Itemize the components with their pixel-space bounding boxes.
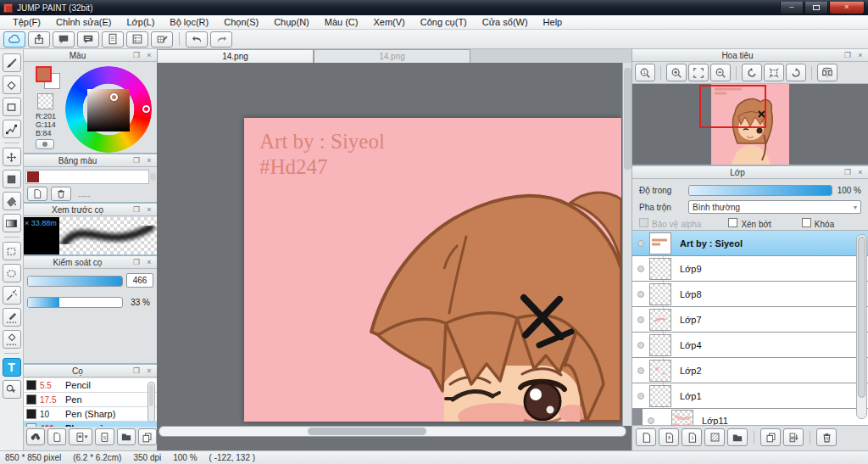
brush-row[interactable]: 17.5Pen	[24, 393, 157, 407]
shape-tool[interactable]	[3, 98, 21, 116]
menu-edit[interactable]: Chỉnh sửa(E)	[48, 17, 119, 27]
redo-button[interactable]	[210, 31, 232, 48]
duplicate-brush-button[interactable]	[138, 428, 157, 445]
script-brush-button[interactable]: S	[95, 428, 114, 445]
zoom-out-button[interactable]	[710, 64, 731, 81]
duplicate-layer-button[interactable]	[760, 428, 781, 446]
new-layer-button[interactable]	[636, 428, 656, 446]
layer-row-selected[interactable]: Art by : Siyeol	[632, 231, 868, 256]
layer-row[interactable]: Lớp4	[632, 333, 868, 358]
download-brush-button[interactable]	[26, 428, 45, 445]
menu-snap[interactable]: Chụp(N)	[266, 17, 317, 27]
minimize-button[interactable]: –	[780, 2, 804, 14]
close-panel-icon[interactable]: ×	[144, 51, 154, 59]
color-options-button[interactable]	[36, 139, 54, 149]
clipping-checkbox[interactable]: Xén bớt	[728, 218, 771, 229]
polyline-tool[interactable]	[3, 120, 21, 138]
close-panel-icon[interactable]: ×	[144, 366, 154, 375]
close-panel-icon[interactable]: ×	[144, 156, 154, 165]
undo-button[interactable]	[186, 31, 208, 48]
layer-visibility-toggle[interactable]	[648, 417, 654, 424]
new-halftone-layer-button[interactable]	[704, 428, 725, 446]
menu-help[interactable]: Help	[536, 17, 570, 27]
cloud-button[interactable]	[3, 31, 25, 48]
popout-icon[interactable]: ❐	[131, 258, 142, 266]
sv-handle[interactable]	[110, 93, 118, 101]
popout-icon[interactable]: ❐	[131, 51, 142, 59]
blend-mode-dropdown[interactable]: Bình thường ▾	[688, 200, 861, 214]
layer-scrollbar[interactable]	[856, 234, 867, 419]
lasso-tool[interactable]	[3, 264, 21, 282]
bucket-tool[interactable]	[3, 192, 21, 210]
move-tool[interactable]	[3, 148, 21, 166]
brush-list-scrollbar[interactable]	[147, 382, 155, 422]
merge-layer-button[interactable]	[783, 428, 804, 446]
layer-opacity-slider[interactable]	[688, 185, 832, 196]
viewport-rectangle[interactable]	[699, 85, 766, 128]
eraser-tool[interactable]	[3, 75, 21, 94]
layer-row[interactable]: Lớp9	[632, 256, 868, 282]
layer-row[interactable]: Lớp8	[632, 282, 868, 307]
navigator-viewport[interactable]	[632, 84, 868, 165]
flip-view-button[interactable]	[817, 64, 837, 81]
popout-icon[interactable]: ❐	[131, 366, 142, 375]
menu-tools[interactable]: Công cụ(T)	[413, 17, 475, 27]
menu-window[interactable]: Cửa sổ(W)	[475, 17, 536, 27]
text-tool[interactable]: T	[3, 358, 21, 377]
new-1bit-layer-button[interactable]: 1	[682, 428, 702, 446]
menu-file[interactable]: Tệp(F)	[5, 17, 48, 27]
new-brush-menu-button[interactable]: ▾	[69, 428, 92, 445]
popout-icon[interactable]: ❐	[843, 168, 853, 176]
brush-size-value[interactable]: 466	[126, 273, 153, 288]
new-folder-button[interactable]	[727, 428, 748, 446]
brush-size-slider[interactable]	[27, 276, 123, 287]
transparent-swatch[interactable]	[37, 93, 53, 109]
magic-wand-tool[interactable]	[3, 286, 21, 305]
message-button[interactable]	[77, 31, 99, 48]
comment-button[interactable]	[53, 31, 75, 48]
layer-row[interactable]: Lớp1	[632, 383, 868, 409]
operate-tool[interactable]	[3, 380, 21, 399]
new-brush-button[interactable]	[47, 428, 66, 445]
sv-square[interactable]	[87, 89, 130, 131]
document-button[interactable]	[102, 31, 124, 48]
reset-rotation-button[interactable]	[764, 64, 784, 81]
menu-filter[interactable]: Bộ lọc(R)	[162, 17, 216, 27]
form-button[interactable]	[126, 31, 148, 48]
palette-swatch[interactable]	[27, 171, 39, 182]
menu-layer[interactable]: Lớp(L)	[119, 17, 162, 27]
hue-handle[interactable]	[142, 105, 150, 113]
select-pen-tool[interactable]	[3, 308, 21, 327]
add-palette-color-button[interactable]	[27, 187, 47, 201]
layer-visibility-toggle[interactable]	[637, 367, 644, 374]
close-panel-icon[interactable]: ×	[144, 205, 154, 214]
select-eraser-tool[interactable]	[3, 330, 21, 349]
delete-layer-button[interactable]	[816, 428, 837, 446]
layer-visibility-toggle[interactable]	[637, 393, 644, 400]
rotate-right-button[interactable]	[786, 64, 806, 81]
publish-button[interactable]	[28, 31, 50, 48]
close-panel-icon[interactable]: ×	[855, 51, 865, 59]
popout-icon[interactable]: ❐	[843, 51, 853, 59]
brush-row-selected[interactable]: 466Phun màu	[24, 422, 157, 427]
actual-size-button[interactable]: 1	[635, 64, 655, 81]
layer-visibility-toggle[interactable]	[637, 316, 644, 323]
layer-visibility-toggle[interactable]	[637, 342, 644, 349]
canvas-vertical-scrollbar[interactable]	[622, 63, 632, 426]
tab-inactive[interactable]: 14.png	[314, 49, 470, 63]
brush-row[interactable]: 10Pen (Sharp)	[24, 407, 157, 422]
select-rect-tool[interactable]	[3, 242, 21, 260]
layer-row-grouped[interactable]: Lớp11	[632, 409, 868, 425]
maximize-button[interactable]	[804, 2, 828, 14]
layer-row[interactable]: Lớp2	[632, 358, 868, 383]
delete-palette-color-button[interactable]	[51, 187, 71, 201]
gradient-tool[interactable]	[3, 214, 21, 232]
menu-select[interactable]: Chọn(S)	[216, 17, 266, 27]
fill-rect-tool[interactable]	[3, 170, 21, 188]
close-panel-icon[interactable]: ×	[855, 168, 865, 176]
menu-color[interactable]: Màu (C)	[317, 17, 366, 27]
brush-tool[interactable]	[3, 53, 21, 72]
layer-visibility-toggle[interactable]	[637, 291, 644, 298]
rotate-left-button[interactable]	[742, 64, 762, 81]
brush-folder-button[interactable]	[117, 428, 136, 445]
